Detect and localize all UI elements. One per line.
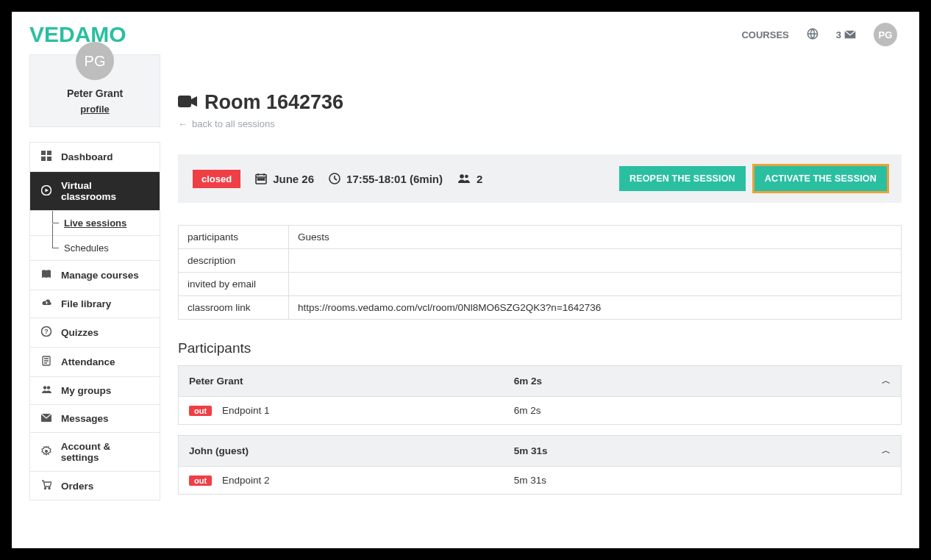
avatar[interactable]: PG xyxy=(874,23,897,46)
svg-rect-2 xyxy=(41,151,46,155)
status-date: June 26 xyxy=(273,173,314,185)
mail-icon xyxy=(40,413,52,424)
info-label: description xyxy=(179,249,289,273)
globe-icon[interactable] xyxy=(807,28,818,42)
book-icon xyxy=(40,269,52,281)
sidebar-item-label: Account & settings xyxy=(61,441,149,463)
chevron-up-icon: ︿ xyxy=(882,445,891,457)
sidebar-item-schedules[interactable]: Schedules xyxy=(30,236,160,261)
participant-total: 6m 2s xyxy=(504,366,829,397)
participant-header[interactable]: John (guest) 5m 31s ︿ xyxy=(179,436,902,467)
sidebar-item-orders[interactable]: Orders xyxy=(30,472,160,500)
sidebar-item-label: Attendance xyxy=(61,356,115,367)
profile-name: Peter Grant xyxy=(30,87,160,99)
info-value xyxy=(289,273,902,296)
sidebar-item-live-sessions[interactable]: Live sessions xyxy=(30,211,160,236)
notification-count: 3 xyxy=(836,29,841,40)
table-row: classroom link https://rooms.vedamo.com/… xyxy=(179,296,902,320)
svg-point-24 xyxy=(465,175,468,179)
reopen-session-button[interactable]: REOPEN THE SESSION xyxy=(619,166,746,191)
endpoint-row: out Endpoint 1 6m 2s xyxy=(179,397,902,425)
endpoint-time: 6m 2s xyxy=(504,397,829,425)
back-link-label: back to all sessions xyxy=(192,118,275,129)
participant-group: Peter Grant 6m 2s ︿ out Endpoint 1 6m 2s xyxy=(178,365,902,425)
endpoint-label: Endpoint 1 xyxy=(222,405,270,416)
sidebar-item-label: Dashboard xyxy=(61,151,113,162)
sidebar-item-virtual-classrooms[interactable]: Virtual classrooms xyxy=(30,172,160,211)
cart-icon xyxy=(40,480,52,492)
sidebar-item-label: Messages xyxy=(61,413,109,424)
sidebar-item-account-settings[interactable]: Account & settings xyxy=(30,433,160,472)
doc-icon xyxy=(40,356,52,368)
participant-name: Peter Grant xyxy=(179,366,504,397)
info-label: classroom link xyxy=(179,296,289,320)
sidebar-item-label: Orders xyxy=(61,481,93,492)
info-label: participants xyxy=(179,226,289,249)
sidebar-item-quizzes[interactable]: ? Quizzes xyxy=(30,318,160,348)
classroom-link[interactable]: https://rooms.vedamo.com/vcl/room/0Nl8MO… xyxy=(289,296,902,320)
play-icon xyxy=(40,185,52,198)
participant-total: 5m 31s xyxy=(504,436,829,467)
svg-point-23 xyxy=(460,174,464,179)
sidebar-item-attendance[interactable]: Attendance xyxy=(30,348,160,377)
sidebar-item-label: File library xyxy=(61,298,111,309)
sidebar-item-label: My groups xyxy=(61,385,111,396)
info-table: participants Guests description invited … xyxy=(178,225,902,320)
table-row: invited by email xyxy=(179,273,902,296)
gear-icon xyxy=(40,446,52,459)
grid-icon xyxy=(40,151,52,163)
page-title: Room 1642736 xyxy=(178,91,902,114)
logo[interactable]: VEDAMO xyxy=(29,22,126,47)
sidebar-item-label: Quizzes xyxy=(61,327,99,338)
svg-point-12 xyxy=(46,386,49,389)
svg-marker-7 xyxy=(45,188,49,192)
svg-text:?: ? xyxy=(44,328,49,335)
out-badge: out xyxy=(189,475,212,486)
svg-point-11 xyxy=(43,386,46,389)
sidebar-item-my-groups[interactable]: My groups xyxy=(30,377,160,405)
back-link[interactable]: ← back to all sessions xyxy=(178,118,902,129)
status-participants: 2 xyxy=(477,173,482,185)
svg-point-14 xyxy=(45,488,46,489)
arrow-left-icon: ← xyxy=(178,118,188,129)
activate-session-button[interactable]: ACTIVATE THE SESSION xyxy=(755,166,887,191)
mail-icon xyxy=(844,30,856,39)
info-value: Guests xyxy=(289,226,902,249)
participant-name: John (guest) xyxy=(179,436,504,467)
status-badge: closed xyxy=(193,170,240,188)
profile-link[interactable]: profile xyxy=(30,104,160,115)
participants-heading: Participants xyxy=(178,340,902,356)
sidebar-item-label: Virtual classrooms xyxy=(61,180,149,202)
courses-link[interactable]: COURSES xyxy=(741,29,788,40)
camera-icon xyxy=(178,93,197,113)
svg-rect-3 xyxy=(47,151,51,155)
status-time: 17:55-18:01 (6min) xyxy=(346,173,443,185)
sidebar-item-label: Manage courses xyxy=(61,270,139,281)
sidebar-item-messages[interactable]: Messages xyxy=(30,405,160,433)
info-label: invited by email xyxy=(179,273,289,296)
endpoint-label: Endpoint 2 xyxy=(222,475,270,486)
clock-icon xyxy=(329,173,340,184)
svg-rect-5 xyxy=(47,157,51,161)
sidebar-item-manage-courses[interactable]: Manage courses xyxy=(30,261,160,290)
sidebar-item-file-library[interactable]: File library xyxy=(30,290,160,318)
page-title-text: Room 1642736 xyxy=(204,91,343,114)
cloud-icon xyxy=(40,298,52,309)
users-icon xyxy=(40,385,52,396)
endpoint-row: out Endpoint 2 5m 31s xyxy=(179,467,902,495)
users-icon xyxy=(457,173,471,184)
sidebar-item-dashboard[interactable]: Dashboard xyxy=(30,143,160,172)
messages-indicator[interactable]: 3 xyxy=(836,29,856,40)
endpoint-time: 5m 31s xyxy=(504,467,829,495)
profile-avatar: PG xyxy=(76,42,114,80)
profile-card: PG Peter Grant profile xyxy=(29,54,160,127)
svg-rect-16 xyxy=(178,96,191,107)
info-value xyxy=(289,249,902,273)
participant-group: John (guest) 5m 31s ︿ out Endpoint 2 5m … xyxy=(178,435,902,495)
out-badge: out xyxy=(189,406,212,416)
calendar-icon xyxy=(255,173,267,184)
table-row: description xyxy=(179,249,902,273)
status-bar: closed June 26 17:55-18:01 (6min) 2 xyxy=(178,154,902,203)
svg-rect-19 xyxy=(258,179,260,180)
participant-header[interactable]: Peter Grant 6m 2s ︿ xyxy=(179,366,902,397)
